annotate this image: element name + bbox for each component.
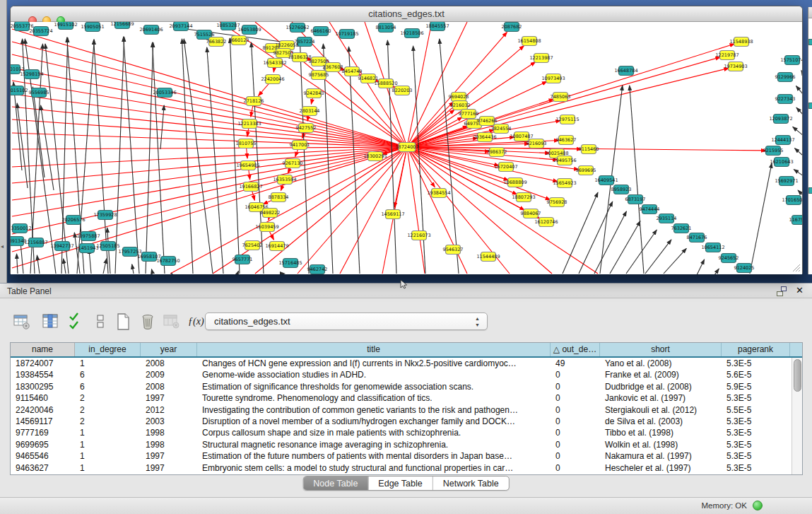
graph-node[interactable]: 9694028 [449,93,469,102]
graph-node[interactable]: 9216032 [450,101,471,110]
graph-node[interactable]: 2935114 [657,214,677,223]
graph-node[interactable]: 9777169 [459,110,479,119]
graph-node[interactable]: 11548938 [729,37,753,47]
graph-node[interactable]: 12975115 [555,115,579,124]
graph-node[interactable]: 20053346 [153,88,176,98]
graph-node[interactable]: 7625402 [242,241,263,250]
graph-node[interactable]: 8878334 [269,193,289,202]
graph-node[interactable]: 15905051 [81,23,104,32]
table-row[interactable]: 969969511998Structural magnetic resonanc… [11,439,802,450]
graph-node[interactable]: 8660123 [229,36,249,45]
graph-node[interactable]: 2087682 [502,23,522,32]
graph-node[interactable]: 10975887 [76,232,100,241]
graph-node[interactable]: 12444137 [771,136,794,145]
graph-node[interactable]: 7632621 [671,224,692,233]
graph-node[interactable]: 9267130 [283,159,303,168]
tab-edge-table[interactable]: Edge Table [368,477,433,491]
column-header-short[interactable]: short [600,343,722,356]
graph-node[interactable]: 19495756 [553,156,576,165]
column-header-out_de[interactable]: △ out_de… [551,343,600,356]
graph-node[interactable]: 1810755 [236,139,257,148]
graph-node[interactable]: 15692971 [775,177,798,186]
graph-node[interactable]: 15716485 [278,259,302,268]
graph-node[interactable]: 9462742 [307,265,328,274]
graph-node[interactable]: 16039459 [255,223,278,232]
graph-node[interactable]: 16353594 [273,175,296,185]
graph-node[interactable]: 15654923 [553,179,576,188]
graph-node[interactable]: 9129966 [775,73,796,82]
graph-node[interactable]: 9115460 [579,145,599,154]
table-row[interactable]: 1456911722003Disruption of a novel membe… [11,416,802,427]
graph-node[interactable]: 10688809 [503,178,526,187]
graph-node[interactable]: 8471676 [687,233,707,243]
graph-node[interactable]: 9427552 [296,124,317,133]
graph-node[interactable]: 9245652 [719,254,739,263]
graph-node[interactable]: 16120746 [534,218,558,227]
graph-node[interactable]: 2367608 [323,63,343,72]
table-scrollbar-thumb[interactable] [794,359,801,392]
network-window-titlebar[interactable]: citations_edges.txt [11,6,802,22]
graph-node[interactable]: 12219787 [715,51,739,60]
graph-node[interactable]: 20355724 [29,27,52,36]
graph-node[interactable]: 1167534 [789,216,802,225]
tab-network-table[interactable]: Network Table [433,477,509,491]
column-header-pagerank[interactable]: pagerank [722,343,790,356]
column-header-in_degree[interactable]: in_degree [75,343,141,356]
background-window-sliver[interactable] [808,7,812,274]
graph-node[interactable]: 18724007 [395,143,418,152]
graph-node[interactable]: 10654112 [701,243,724,252]
graph-node[interactable]: 14569117 [381,210,404,219]
row-select-icon[interactable] [68,313,88,332]
graph-node[interactable]: 8454749 [342,67,363,76]
tab-node-table[interactable]: Node Table [303,477,368,491]
graph-node[interactable]: 15276062 [286,23,309,33]
graph-node[interactable]: 18845557 [425,22,449,31]
close-panel-icon[interactable]: ✕ [796,285,804,296]
graph-node[interactable]: 16409541 [594,176,618,185]
row-height-icon[interactable] [92,313,112,332]
graph-node[interactable]: 16543382 [263,59,286,68]
graph-node[interactable]: 9227343 [775,95,796,104]
graph-node[interactable]: 12156887 [24,238,47,247]
graph-node[interactable]: 20691406 [139,25,163,35]
table-row[interactable]: 1830029562008Estimation of significance … [11,381,802,392]
table-row[interactable]: 946554611997Estimation of the future num… [11,450,802,462]
graph-node[interactable]: 9124025 [734,264,755,273]
table-row[interactable]: 1938455462009Genome-wide association stu… [11,369,802,380]
graph-node[interactable]: 12093872 [769,115,792,124]
table-scrollbar[interactable] [792,358,802,474]
column-header-name[interactable]: name [11,343,75,356]
network-canvas[interactable]: 2055377620355724199151021590505112156689… [11,22,802,274]
graph-node[interactable]: 12156689 [110,22,134,29]
graph-node[interactable]: 7663822 [206,37,227,47]
graph-node[interactable]: 16914479 [265,242,288,251]
table-settings-icon[interactable] [13,313,33,332]
graph-node[interactable]: 16648784 [614,66,637,76]
graph-node[interactable]: 8215955 [763,146,784,156]
window-resize-grip[interactable] [791,262,801,272]
graph-node[interactable]: 10853287 [216,22,240,30]
memory-status-indicator[interactable] [753,501,763,510]
graph-node[interactable]: 9884067 [521,209,541,218]
graph-node[interactable]: 15298154 [20,70,43,79]
graph-node[interactable]: 19734903 [724,62,747,71]
table-selector-dropdown[interactable]: citations_edges.txt ▲▼ [205,313,488,330]
graph-node[interactable]: 22420046 [261,75,284,84]
graph-node[interactable]: 17016504 [782,196,802,205]
graph-node[interactable]: 7485063 [551,93,571,102]
delete-table-icon[interactable] [139,313,158,332]
network-view-window[interactable]: citations_edges.txt 20553776203557241991… [10,6,803,274]
graph-node[interactable]: 18807293 [512,193,535,202]
graph-node[interactable]: 12213987 [529,54,553,63]
graph-node[interactable]: 16210643 [770,158,793,167]
graph-node[interactable]: 9242843 [304,89,324,98]
graph-node[interactable]: 10973493 [541,74,565,83]
graph-node[interactable]: 8220203 [392,86,413,95]
graph-node[interactable]: 16053809 [237,25,261,35]
graph-node[interactable]: 2718126 [244,97,264,106]
graph-node[interactable]: 7986372 [487,148,507,157]
new-table-icon[interactable] [114,313,134,332]
table-row[interactable]: 2242004622012Investigating the contribut… [11,404,802,416]
graph-node[interactable]: 9463627 [556,136,577,145]
column-header-title[interactable]: title [197,343,551,356]
